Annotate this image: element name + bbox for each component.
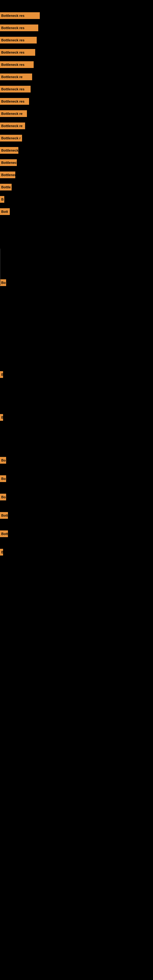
bar-item: B bbox=[0, 414, 3, 421]
bar-label: Bottleneck res bbox=[0, 86, 30, 92]
bar-label: Bottleneck re bbox=[0, 123, 25, 129]
bar-item: Bottleneck res bbox=[0, 86, 30, 92]
bar-label: Bottleneck re bbox=[0, 73, 32, 80]
bar-item: Bott bbox=[0, 530, 8, 537]
bar-label: Bott bbox=[0, 208, 10, 215]
bar-item: Bottleneck r bbox=[0, 159, 17, 166]
bar-item: Bottleneck bbox=[0, 172, 15, 178]
bar-item: Bottle bbox=[0, 184, 12, 191]
bar-label: B bbox=[0, 196, 4, 203]
bar-label: Bottleneck res bbox=[0, 98, 29, 105]
site-title bbox=[0, 0, 153, 4]
bar-item: Bo bbox=[0, 494, 6, 500]
vertical-line bbox=[0, 249, 1, 285]
bar-label: Bottleneck r bbox=[0, 135, 22, 142]
bar-label: Bottleneck r bbox=[0, 159, 17, 166]
bar-label: Bottle bbox=[0, 184, 12, 191]
bar-item: Bottleneck r bbox=[0, 135, 22, 142]
bar-item: Bottleneck bbox=[0, 147, 18, 154]
bar-label: Bottleneck res bbox=[0, 12, 40, 19]
bar-item: Bottleneck res bbox=[0, 12, 40, 19]
bar-item: Bottleneck res bbox=[0, 98, 29, 105]
bar-item: Bott bbox=[0, 208, 10, 215]
bar-label: Bo bbox=[0, 494, 6, 500]
bar-label: Bo bbox=[0, 457, 6, 464]
bar-label: B bbox=[0, 549, 3, 555]
bar-item: Bottleneck res bbox=[0, 37, 37, 43]
bar-label: Bott bbox=[0, 530, 8, 537]
bar-label: Bottleneck res bbox=[0, 49, 35, 56]
bar-item: Bottleneck re bbox=[0, 123, 25, 129]
bar-item: Bottleneck res bbox=[0, 61, 33, 68]
bar-item: Bottleneck re bbox=[0, 73, 32, 80]
bar-item: B bbox=[0, 371, 3, 378]
bar-label: Bottleneck re bbox=[0, 110, 27, 117]
bar-label: B bbox=[0, 414, 3, 421]
bar-label: Bo bbox=[0, 279, 6, 286]
bar-label: Bottleneck res bbox=[0, 37, 37, 43]
bar-label: Bottleneck res bbox=[0, 24, 38, 31]
bar-item: Bo bbox=[0, 279, 6, 286]
bar-label: B bbox=[0, 371, 3, 378]
bar-item: Bottleneck res bbox=[0, 24, 38, 31]
bar-label: Bo bbox=[0, 475, 6, 482]
bar-label: Bottleneck res bbox=[0, 61, 33, 68]
bar-item: Bo bbox=[0, 475, 6, 482]
bar-label: Bott bbox=[0, 512, 8, 519]
bar-label: Bottleneck bbox=[0, 172, 15, 178]
bar-label: Bottleneck bbox=[0, 147, 18, 154]
bar-item: Bo bbox=[0, 457, 6, 464]
bar-item: Bottleneck res bbox=[0, 49, 35, 56]
bar-item: B bbox=[0, 196, 4, 203]
bar-item: B bbox=[0, 549, 3, 555]
bar-item: Bottleneck re bbox=[0, 110, 27, 117]
bar-item: Bott bbox=[0, 512, 8, 519]
